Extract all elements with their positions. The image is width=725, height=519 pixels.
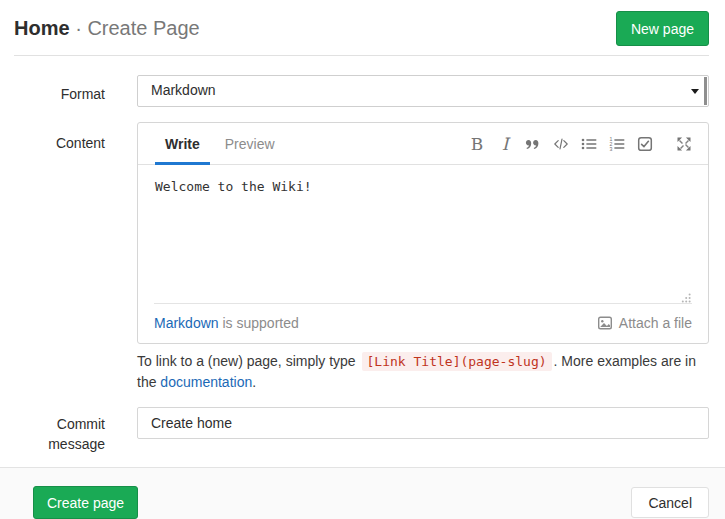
attach-file-button[interactable]: Attach a file [597,315,692,331]
format-select-value: Markdown [151,82,216,98]
format-select[interactable]: Markdown [137,75,709,107]
documentation-link[interactable]: documentation [160,374,252,390]
markdown-editor: Write Preview B I 123 [137,122,709,344]
markdown-link[interactable]: Markdown [154,315,219,331]
quote-icon[interactable] [525,135,541,153]
commit-message-label: Commit message [0,414,105,454]
wiki-create-page: Home · Create Page New page Format Markd… [0,0,725,519]
page-title-subtitle: Create Page [87,17,199,39]
markdown-supported-text: Markdown is supported [154,315,299,331]
page-title-separator: · [75,17,82,39]
task-list-icon[interactable] [637,135,653,153]
numbered-list-icon[interactable]: 123 [609,135,625,153]
tab-preview[interactable]: Preview [215,123,285,164]
bold-icon[interactable]: B [469,135,485,153]
hint-after-link: . [252,374,256,390]
cancel-button[interactable]: Cancel [631,487,709,518]
page-title-home: Home [14,17,70,39]
supported-suffix: is supported [219,315,299,331]
media-file-icon [597,315,613,331]
link-hint: To link to a (new) page, simply type [Li… [137,351,713,392]
fullscreen-icon[interactable] [676,135,692,153]
commit-label-line1: Commit [0,414,105,434]
new-page-button[interactable]: New page [616,11,709,46]
select-scrollbar [704,77,707,105]
svg-text:3: 3 [609,146,612,152]
editor-footer: Markdown is supported Attach a file [138,302,708,343]
code-icon[interactable] [553,135,569,153]
commit-label-line2: message [0,434,105,454]
italic-icon[interactable]: I [497,135,513,153]
editor-tabs: Write Preview B I 123 [138,123,708,165]
chevron-down-icon [691,89,699,94]
content-label: Content [0,133,105,153]
form-actions-bar: Create page Cancel [0,467,725,519]
hint-code: [Link Title](page-slug) [362,352,552,371]
create-page-button[interactable]: Create page [33,486,138,519]
commit-message-input[interactable] [137,407,709,439]
tab-write[interactable]: Write [155,123,210,164]
attach-file-label: Attach a file [619,315,692,331]
content-textarea[interactable]: Welcome to the Wiki! [138,165,708,303]
header-divider [14,55,709,56]
format-label: Format [0,84,105,104]
bullet-list-icon[interactable] [581,135,597,153]
hint-before: To link to a (new) page, simply type [137,353,360,369]
editor-toolbar: B I 123 [457,123,708,164]
page-title: Home · Create Page [14,14,200,42]
